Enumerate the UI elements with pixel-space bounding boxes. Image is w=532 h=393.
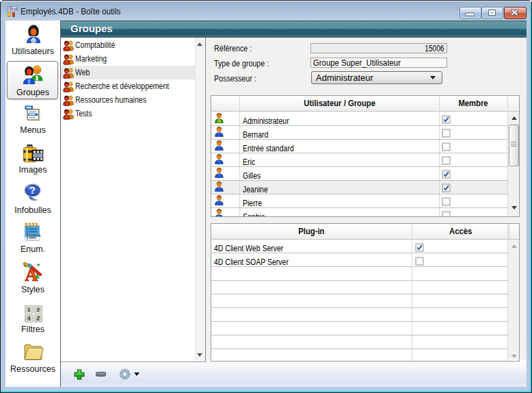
- svg-text:A: A: [26, 315, 31, 322]
- svg-text:1: 1: [27, 307, 31, 313]
- svg-text:Z: Z: [36, 315, 40, 322]
- svg-text:2: 2: [37, 307, 40, 313]
- svg-text:?: ?: [29, 185, 36, 196]
